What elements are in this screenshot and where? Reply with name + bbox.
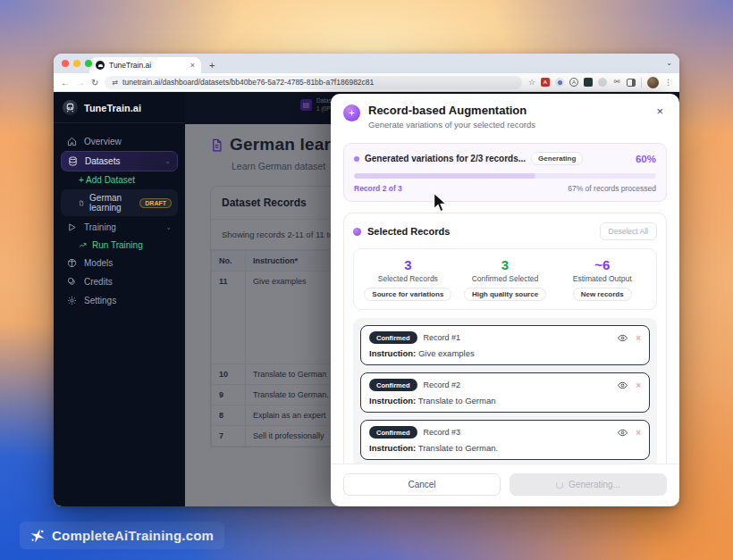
record-card: Confirmed Record #2 × Instruction: Trans…	[360, 372, 650, 413]
cancel-button[interactable]: Cancel	[343, 473, 501, 496]
sidebar-item-label: Settings	[84, 296, 116, 305]
remove-record-icon[interactable]: ×	[636, 380, 641, 390]
bookmark-star-icon[interactable]: ☆	[528, 78, 535, 87]
sidebar-nav: Overview Datasets ⌄ + Add Dataset German…	[54, 123, 185, 319]
tab-favicon	[96, 61, 105, 70]
profile-avatar[interactable]	[647, 77, 659, 88]
minimize-window-button[interactable]	[73, 60, 80, 67]
sidebar-item-label: Datasets	[85, 156, 120, 166]
browser-toolbar: ← → ↻ ⇄ tunetrain.ai/dashboard/datasets/…	[54, 73, 679, 92]
home-icon	[67, 137, 77, 146]
tab-search-chevron-icon[interactable]: ⌄	[666, 59, 672, 67]
stat-estimated: ~6 Estimated Output New records	[553, 257, 651, 301]
file-icon	[79, 199, 84, 207]
stat-pill: Source for variations	[364, 288, 451, 301]
modal-title-block: Record-based Augmentation Generate varia…	[368, 104, 535, 130]
modal-subtitle: Generate variations of your selected rec…	[368, 120, 535, 130]
sidebar-item-label: Overview	[84, 137, 122, 146]
reload-button[interactable]: ↻	[91, 78, 98, 88]
sidebar-item-german-learning[interactable]: German learning DRAFT	[61, 189, 178, 216]
train-logo-icon	[63, 100, 78, 115]
eye-icon[interactable]	[618, 428, 628, 438]
progress-bar	[354, 173, 656, 179]
brand-name: TuneTrain.ai	[84, 103, 141, 113]
url-bar[interactable]: ⇄ tunetrain.ai/dashboard/datasets/bb40be…	[105, 76, 522, 89]
remove-record-icon[interactable]: ×	[636, 333, 641, 343]
forward-button[interactable]: →	[76, 78, 85, 88]
status-dot	[354, 156, 359, 162]
confirmed-badge: Confirmed	[369, 426, 417, 439]
share-extension-icon[interactable]: ⚯	[612, 78, 621, 87]
close-icon[interactable]: ×	[653, 104, 667, 119]
modal-header: Record-based Augmentation Generate varia…	[331, 94, 679, 138]
progress-bar-fill	[354, 173, 535, 179]
record-name: Record #2	[424, 380, 461, 389]
url-text: tunetrain.ai/dashboard/datasets/bb40be76…	[122, 78, 374, 87]
record-name: Record #1	[424, 333, 461, 342]
modal-body: Generated variations for 2/3 records... …	[331, 138, 679, 464]
confirmed-badge: Confirmed	[369, 379, 417, 391]
watermark-label: CompleteAiTraining.com	[52, 528, 214, 543]
generation-progress-card: Generated variations for 2/3 records... …	[343, 143, 667, 202]
close-window-button[interactable]	[62, 60, 69, 67]
disabled-extension-icon[interactable]	[598, 78, 607, 87]
sidebar-item-label: Credits	[84, 277, 113, 287]
toolbar-divider	[641, 78, 642, 88]
sidebar-item-label: German learning	[89, 193, 134, 213]
generation-status-text: Generated variations for 2/3 records...	[365, 154, 526, 163]
selected-records-section: Selected Records Deselect All 3 Selected…	[343, 213, 667, 464]
traffic-lights	[62, 60, 92, 67]
sidebar-item-label: Training	[84, 222, 116, 232]
processed-text: 67% of records processed	[568, 184, 656, 193]
sidebar-item-run-training[interactable]: Run Training	[61, 237, 178, 254]
tab-title: TuneTrain.ai	[109, 61, 186, 70]
side-panel-icon[interactable]	[627, 79, 636, 87]
browser-window: TuneTrain.ai × + ⌄ ← → ↻ ⇄ tunetrain.ai/…	[54, 54, 679, 506]
tab-close-icon[interactable]: ×	[190, 61, 195, 70]
pdf-extension-icon[interactable]: A	[541, 78, 550, 87]
dark-extension-icon[interactable]	[584, 78, 593, 87]
stat-pill: High quality source	[464, 288, 546, 301]
sidebar-item-models[interactable]: Models	[61, 254, 178, 272]
sidebar-item-add-dataset[interactable]: + Add Dataset	[61, 171, 178, 188]
brand-row[interactable]: TuneTrain.ai	[54, 92, 185, 123]
sidebar-item-credits[interactable]: Credits	[61, 272, 178, 291]
selected-records-list: Confirmed Record #1 × Instruction: Give …	[353, 318, 657, 464]
confirmed-badge: Confirmed	[369, 331, 417, 344]
new-tab-button[interactable]: +	[209, 60, 215, 71]
trend-up-icon	[79, 241, 87, 249]
deselect-all-button[interactable]: Deselect All	[600, 222, 657, 240]
sparkle-icon	[30, 529, 45, 543]
record-name: Record #3	[424, 428, 461, 437]
remove-record-icon[interactable]: ×	[636, 428, 641, 438]
browser-menu-icon[interactable]: ⋮	[664, 78, 672, 87]
sidebar-item-settings[interactable]: Settings	[61, 291, 178, 310]
browser-tab[interactable]: TuneTrain.ai ×	[89, 57, 201, 73]
database-icon	[68, 156, 78, 166]
sidebar-item-training[interactable]: Training ⌄	[61, 218, 178, 237]
mouse-cursor	[433, 192, 448, 214]
model-cube-icon	[67, 258, 77, 268]
record-card: Confirmed Record #3 × Instruction: Trans…	[360, 420, 650, 460]
zoom-window-button[interactable]	[85, 60, 92, 67]
chevron-down-icon[interactable]: ⌄	[165, 223, 172, 231]
app-content: TuneTrain.ai Overview Datasets ⌄ + Add D…	[54, 92, 679, 506]
blue-dot-extension-icon[interactable]	[555, 78, 564, 87]
modal-footer: Cancel Generating...	[331, 464, 679, 506]
draft-badge: DRAFT	[139, 198, 172, 208]
sidebar-item-overview[interactable]: Overview	[61, 132, 178, 151]
desktop-wallpaper: CompleteAiTraining.com TuneTrain.ai × + …	[0, 0, 733, 560]
browser-tab-strip: TuneTrain.ai × + ⌄	[54, 54, 679, 73]
sidebar-item-label: + Add Dataset	[79, 175, 135, 185]
back-button[interactable]: ←	[61, 78, 70, 88]
eye-icon[interactable]	[618, 333, 628, 343]
eye-icon[interactable]	[618, 380, 628, 390]
circled-a-extension-icon[interactable]: A	[569, 78, 578, 87]
site-info-icon[interactable]: ⇄	[112, 79, 118, 87]
progress-percent: 60%	[636, 154, 656, 164]
sidebar-item-label: Models	[84, 258, 113, 268]
chevron-down-icon[interactable]: ⌄	[164, 157, 171, 165]
sidebar-item-datasets[interactable]: Datasets ⌄	[61, 151, 178, 171]
stat-pill: New records	[573, 288, 632, 301]
gear-icon	[67, 296, 77, 305]
